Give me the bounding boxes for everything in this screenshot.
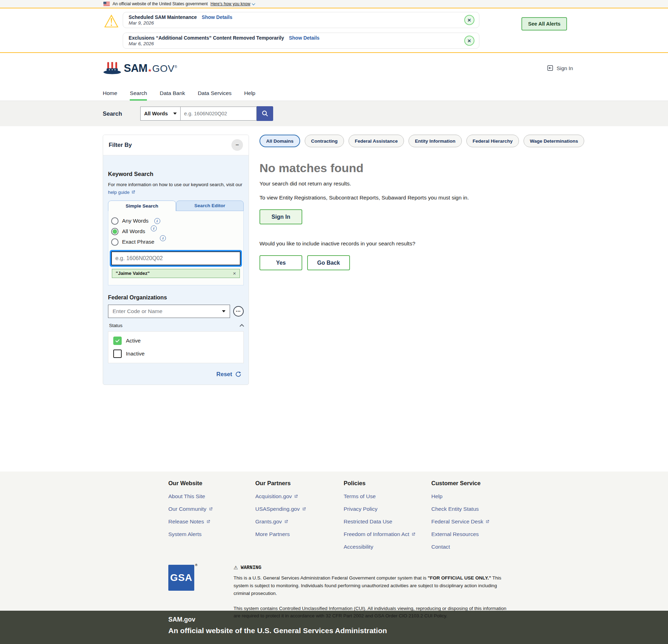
footer-link-terms-of-use[interactable]: Terms of Use bbox=[344, 493, 431, 500]
footer-link-foia[interactable]: Freedom of Information Act bbox=[344, 531, 431, 537]
radio-label: All Words bbox=[122, 228, 145, 235]
nav-item-search[interactable]: Search bbox=[130, 86, 147, 101]
more-options-button[interactable]: ••• bbox=[233, 306, 244, 317]
caret-down-icon bbox=[222, 310, 225, 312]
checkbox-label: Inactive bbox=[126, 351, 144, 357]
search-mode-select[interactable]: All Words bbox=[140, 107, 181, 121]
domain-pill-federal-assistance[interactable]: Federal Assistance bbox=[349, 135, 404, 147]
results-area: All Domains Contracting Federal Assistan… bbox=[259, 135, 554, 270]
keyword-tabs: Simple Search Search Editor bbox=[108, 201, 244, 211]
gov-banner-text: An official website of the United States… bbox=[113, 1, 208, 6]
search-icon bbox=[261, 110, 269, 117]
federal-organizations-heading: Federal Organizations bbox=[108, 294, 244, 301]
chevron-down-icon bbox=[252, 2, 255, 5]
domain-pill-wage-determinations[interactable]: Wage Determinations bbox=[524, 135, 585, 147]
nav-item-data-bank[interactable]: Data Bank bbox=[160, 86, 185, 101]
nav-item-home[interactable]: Home bbox=[103, 86, 117, 101]
ellipsis-icon: ••• bbox=[236, 310, 241, 313]
footer-column-policies: Policies Terms of Use Privacy Policy Res… bbox=[344, 480, 431, 556]
warning-heading: WARNING bbox=[241, 565, 262, 570]
see-all-alerts-button[interactable]: See All Alerts bbox=[521, 17, 567, 30]
domain-pill-federal-hierarchy[interactable]: Federal Hierarchy bbox=[466, 135, 519, 147]
domain-pill-contracting[interactable]: Contracting bbox=[305, 135, 344, 147]
footer-link-grants-gov[interactable]: Grants.gov bbox=[255, 518, 344, 525]
show-details-link[interactable]: Show Details bbox=[289, 35, 319, 41]
sign-in-required-message: To view Entity Registrations, Subcontrac… bbox=[259, 194, 474, 202]
gsa-logo: GSA ® bbox=[168, 565, 194, 591]
alert-title: Exclusions “Additional Comments” Content… bbox=[129, 35, 284, 41]
footer-link-acquisition-gov[interactable]: Acquisition.gov bbox=[255, 493, 344, 500]
checkbox-active[interactable] bbox=[113, 337, 122, 345]
info-icon[interactable]: i bbox=[160, 235, 166, 241]
yes-button[interactable]: Yes bbox=[259, 255, 302, 270]
us-flag-icon bbox=[103, 2, 110, 6]
remove-chip-button[interactable]: × bbox=[233, 270, 236, 276]
footer-link-system-alerts[interactable]: System Alerts bbox=[168, 531, 255, 537]
checkbox-label: Active bbox=[126, 338, 141, 344]
close-alert-button[interactable]: × bbox=[464, 15, 474, 25]
footer-link-contact[interactable]: Contact bbox=[431, 544, 518, 550]
show-details-link[interactable]: Show Details bbox=[202, 14, 232, 20]
external-link-icon bbox=[209, 507, 213, 511]
external-link-icon bbox=[206, 520, 210, 524]
federal-org-combobox[interactable]: Enter Code or Name bbox=[108, 305, 230, 318]
footer-link-usaspending-gov[interactable]: USASpending.gov bbox=[255, 506, 344, 512]
gov-banner: An official website of the United States… bbox=[0, 0, 668, 8]
status-section-toggle[interactable]: Status bbox=[108, 323, 244, 328]
footer-link-restricted-data-use[interactable]: Restricted Data Use bbox=[344, 518, 431, 525]
footer-link-privacy-policy[interactable]: Privacy Policy bbox=[344, 506, 431, 512]
footer-link-release-notes[interactable]: Release Notes bbox=[168, 518, 255, 525]
alerts-band: ⚠ Scheduled SAM Maintenance Show Details… bbox=[0, 8, 668, 53]
footer-link-accessibility[interactable]: Accessibility bbox=[344, 544, 431, 550]
external-link-icon bbox=[411, 532, 416, 536]
alert-maintenance: Scheduled SAM Maintenance Show Details M… bbox=[123, 12, 479, 28]
sign-in-button[interactable]: Sign In bbox=[259, 209, 302, 224]
external-link-icon bbox=[284, 520, 288, 524]
site-header: SAM★GOV® Sign In bbox=[0, 53, 668, 86]
warning-paragraph-2: This system contains Controlled Unclassi… bbox=[234, 605, 514, 620]
footer-heading: Our Website bbox=[168, 480, 255, 487]
nav-item-help[interactable]: Help bbox=[244, 86, 255, 101]
footer-link-external-resources[interactable]: External Resources bbox=[431, 531, 518, 537]
close-alert-button[interactable]: × bbox=[464, 36, 474, 46]
warning-paragraph-1: This is a U.S. General Services Administ… bbox=[234, 574, 514, 597]
tab-simple-search[interactable]: Simple Search bbox=[108, 201, 176, 211]
search-submit-button[interactable] bbox=[257, 106, 273, 121]
login-icon bbox=[547, 65, 554, 72]
footer-link-help[interactable]: Help bbox=[431, 493, 518, 500]
reset-filters-link[interactable]: Reset bbox=[216, 371, 232, 378]
info-icon[interactable]: i bbox=[154, 218, 160, 224]
info-icon[interactable]: i bbox=[151, 225, 157, 231]
footer-link-federal-service-desk[interactable]: Federal Service Desk bbox=[431, 518, 518, 525]
checkbox-inactive[interactable] bbox=[113, 350, 122, 358]
sam-gov-logo[interactable]: SAM★GOV® bbox=[103, 61, 177, 76]
footer-link-more-partners[interactable]: More Partners bbox=[255, 531, 344, 537]
sign-in-link[interactable]: Sign In bbox=[547, 65, 573, 72]
search-input[interactable] bbox=[181, 107, 257, 121]
radio-all-words[interactable] bbox=[111, 228, 119, 235]
simple-search-panel: Any Words i All Words i Exact Phrase i bbox=[108, 211, 244, 285]
tab-search-editor[interactable]: Search Editor bbox=[176, 201, 244, 211]
keyword-input[interactable] bbox=[111, 251, 241, 265]
radio-exact-phrase[interactable] bbox=[111, 238, 119, 246]
system-warning: ⚠ WARNING This is a U.S. General Service… bbox=[234, 565, 514, 620]
alert-date: Mar 6, 2026 bbox=[129, 41, 458, 46]
footer-link-check-entity-status[interactable]: Check Entity Status bbox=[431, 506, 518, 512]
alert-exclusions: Exclusions “Additional Comments” Content… bbox=[123, 33, 479, 49]
footer-link-our-community[interactable]: Our Community bbox=[168, 506, 255, 512]
domain-pill-entity-information[interactable]: Entity Information bbox=[409, 135, 462, 147]
collapse-filters-button[interactable]: − bbox=[231, 139, 243, 151]
keyword-chip: "Jaime Valdez" × bbox=[112, 269, 240, 278]
search-label: Search bbox=[103, 110, 122, 117]
go-back-button[interactable]: Go Back bbox=[307, 255, 350, 270]
external-link-icon bbox=[302, 507, 306, 511]
minus-icon: − bbox=[236, 142, 239, 149]
no-matches-title: No matches found bbox=[259, 161, 554, 175]
radio-any-words[interactable] bbox=[111, 217, 119, 225]
footer-column-our-partners: Our Partners Acquisition.gov USASpending… bbox=[255, 480, 344, 556]
domain-pill-all-domains[interactable]: All Domains bbox=[259, 135, 300, 147]
nav-item-data-services[interactable]: Data Services bbox=[198, 86, 231, 101]
how-you-know-link[interactable]: Here's how you know bbox=[210, 1, 254, 6]
footer-link-about-this-site[interactable]: About This Site bbox=[168, 493, 255, 500]
help-guide-link[interactable]: help guide bbox=[108, 190, 135, 195]
